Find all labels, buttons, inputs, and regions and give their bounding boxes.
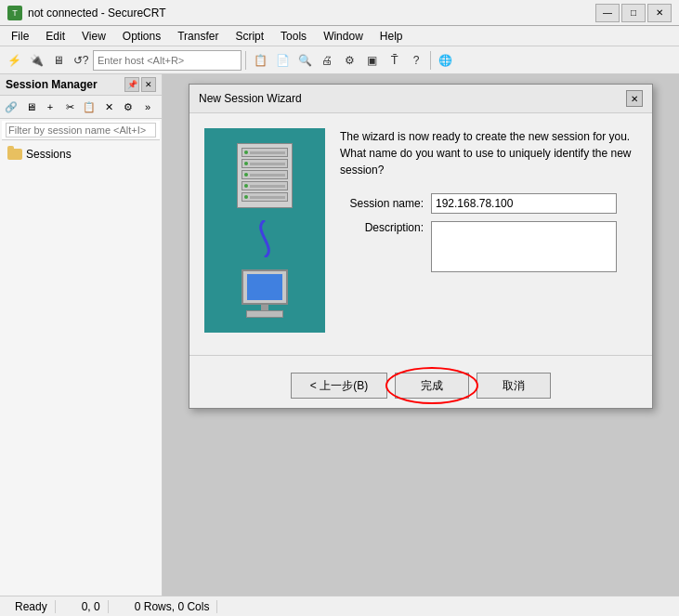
server-light [244, 151, 248, 154]
session-manager-panel: Session Manager 📌 ✕ 🔗 🖥 + ✂ 📋 ✕ ⚙ » Sess… [0, 74, 163, 596]
server-light-2 [244, 162, 248, 165]
session-connect-btn[interactable]: 🔗 [2, 98, 20, 116]
toolbar-copy-btn[interactable]: 📋 [250, 50, 270, 71]
title-bar-controls: — □ ✕ [595, 4, 672, 22]
close-button[interactable]: ✕ [647, 4, 672, 22]
panel-header-controls: 📌 ✕ [124, 77, 156, 92]
status-bar: Ready 0, 0 0 Rows, 0 Cols [0, 596, 679, 616]
monitor-screen [247, 274, 282, 300]
minimize-button[interactable]: — [595, 4, 620, 22]
finish-button-wrapper: 完成 [395, 373, 469, 399]
status-dimensions: 0 Rows, 0 Cols [127, 600, 218, 613]
server-unit-4 [242, 181, 288, 190]
session-copy-btn[interactable]: 📋 [80, 98, 98, 116]
menu-window[interactable]: Window [316, 28, 371, 45]
title-bar-text: not connected - SecureCRT [28, 7, 166, 20]
cable-svg [242, 220, 288, 257]
session-properties-btn[interactable]: ⚙ [119, 98, 137, 116]
cancel-button[interactable]: 取消 [477, 373, 551, 399]
dialog-body: The wizard is now ready to create the ne… [189, 113, 652, 347]
description-row: Description: [340, 221, 637, 272]
filter-input[interactable] [6, 123, 156, 138]
dialog-form: The wizard is now ready to create the ne… [340, 128, 637, 333]
maximize-button[interactable]: □ [621, 4, 646, 22]
menu-edit[interactable]: Edit [38, 28, 72, 45]
session-tree: Sessions [0, 142, 162, 166]
status-ready: Ready [7, 600, 56, 613]
toolbar-disconnect-btn[interactable]: 🔌 [26, 50, 46, 71]
session-more-btn[interactable]: » [138, 98, 157, 116]
monitor [242, 269, 288, 305]
menu-view[interactable]: View [74, 28, 113, 45]
title-bar: T not connected - SecureCRT — □ ✕ [0, 0, 679, 26]
toolbar-connect-btn[interactable]: ⚡ [4, 50, 24, 71]
computer-illustration [242, 269, 288, 318]
computer-base [246, 310, 283, 318]
panel-close-btn[interactable]: ✕ [141, 77, 156, 92]
server-unit-2 [242, 159, 288, 168]
server-illustration [237, 143, 293, 208]
panel-pin-btn[interactable]: 📌 [124, 77, 139, 92]
menu-help[interactable]: Help [372, 28, 411, 45]
session-name-row: Session name: [340, 193, 637, 214]
dialog-footer: < 上一步(B) 完成 取消 [189, 363, 652, 408]
session-cut-btn[interactable]: ✂ [60, 98, 79, 116]
menu-options[interactable]: Options [115, 28, 168, 45]
server-unit-3 [242, 170, 288, 179]
panel-header: Session Manager 📌 ✕ [0, 74, 162, 96]
dialog-title-bar: New Session Wizard ✕ [189, 85, 652, 113]
menu-script[interactable]: Script [228, 28, 271, 45]
toolbar: ⚡ 🔌 🖥 ↺? 📋 📄 🔍 🖨 ⚙ ▣ T̄ ? 🌐 [0, 46, 679, 74]
toolbar-reconnect-btn[interactable]: ↺? [71, 50, 91, 71]
toolbar-session-btn[interactable]: 🖥 [48, 50, 69, 71]
dialog-separator [189, 355, 652, 356]
session-add-btn[interactable]: + [41, 98, 59, 116]
app-icon: T [7, 6, 22, 20]
server-unit-5 [242, 192, 288, 202]
toolbar-find-btn[interactable]: 🔍 [294, 50, 315, 71]
status-position: 0, 0 [74, 600, 109, 613]
server-unit-1 [242, 148, 288, 157]
dialog-illustration [204, 128, 325, 333]
enter-host-input[interactable] [98, 55, 237, 66]
session-name-input[interactable] [431, 193, 617, 214]
folder-icon [7, 149, 22, 160]
main-area: Session Manager 📌 ✕ 🔗 🖥 + ✂ 📋 ✕ ⚙ » Sess… [0, 74, 679, 596]
sessions-folder[interactable]: Sessions [4, 146, 158, 163]
server-light-5 [244, 195, 248, 199]
toolbar-settings-btn[interactable]: ⚙ [339, 50, 359, 71]
filter-bar [2, 121, 160, 140]
panel-title: Session Manager [6, 78, 98, 91]
description-textarea[interactable] [431, 221, 617, 272]
dialog-title: New Session Wizard [199, 92, 302, 105]
toolbar-window-btn[interactable]: ▣ [361, 50, 382, 71]
dialog-overlay: New Session Wizard ✕ [163, 74, 679, 596]
new-session-dialog: New Session Wizard ✕ [189, 84, 653, 409]
session-name-label: Session name: [340, 197, 424, 210]
menu-file[interactable]: File [4, 28, 36, 45]
session-delete-btn[interactable]: ✕ [99, 98, 118, 116]
server-light-4 [244, 184, 248, 188]
toolbar-paste-btn[interactable]: 📄 [272, 50, 293, 71]
menu-bar: File Edit View Options Transfer Script T… [0, 26, 679, 46]
toolbar-transfer-btn[interactable]: T̄ [384, 50, 404, 71]
content-area: New Session Wizard ✕ [163, 74, 679, 596]
sessions-label: Sessions [26, 148, 72, 161]
toolbar-globe-btn[interactable]: 🌐 [435, 50, 455, 71]
menu-transfer[interactable]: Transfer [170, 28, 226, 45]
server-light-3 [244, 173, 248, 177]
toolbar-help-btn[interactable]: ? [406, 50, 426, 71]
menu-tools[interactable]: Tools [273, 28, 314, 45]
enter-host-area[interactable] [93, 50, 242, 71]
session-toolbar: 🔗 🖥 + ✂ 📋 ✕ ⚙ » [0, 96, 162, 119]
back-button[interactable]: < 上一步(B) [291, 373, 387, 399]
session-new-tab-btn[interactable]: 🖥 [21, 98, 40, 116]
description-label: Description: [340, 221, 424, 234]
toolbar-print-btn[interactable]: 🖨 [317, 50, 337, 71]
toolbar-separator-1 [245, 51, 246, 70]
dialog-close-button[interactable]: ✕ [626, 90, 643, 107]
toolbar-separator-2 [430, 51, 431, 70]
dialog-intro-text: The wizard is now ready to create the ne… [340, 128, 637, 178]
finish-button[interactable]: 完成 [395, 373, 469, 399]
